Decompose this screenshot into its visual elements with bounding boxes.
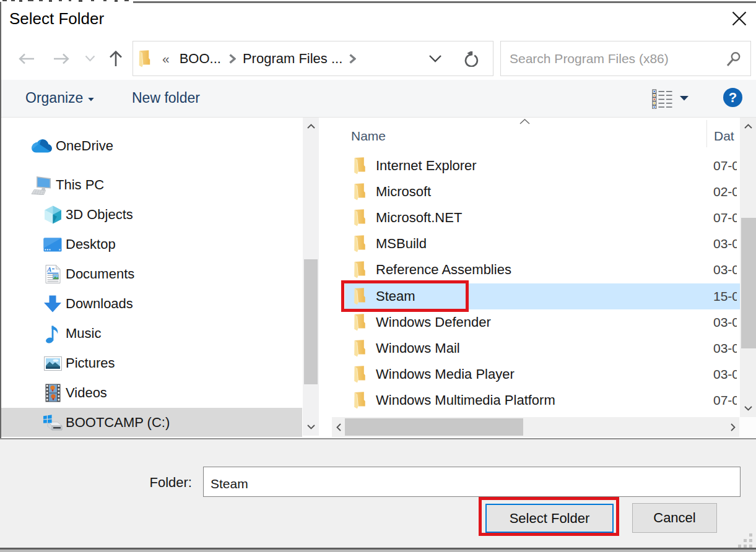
breadcrumb-item[interactable]: BOO... xyxy=(180,51,221,67)
search-box[interactable]: Search Program Files (x86) xyxy=(500,41,751,76)
file-date: 03-0 xyxy=(713,367,737,382)
sidebar-item-label: Pictures xyxy=(66,355,115,371)
back-button[interactable] xyxy=(17,50,36,67)
file-list-horizontal-scrollbar[interactable] xyxy=(332,417,739,437)
back-arrow-icon xyxy=(18,53,35,64)
sidebar-item-label: Documents xyxy=(66,266,134,282)
file-name: Internet Explorer xyxy=(376,158,477,174)
file-date: 03-0 xyxy=(713,341,737,356)
file-row[interactable]: Windows Multimedia Platform 07-0 xyxy=(345,387,740,413)
sidebar-item-3d-objects[interactable]: 3D Objects xyxy=(1,200,302,230)
recent-locations-button[interactable] xyxy=(84,54,95,63)
file-row[interactable]: Windows Mail 03-0 xyxy=(345,335,740,361)
file-row[interactable]: MSBuild 03-0 xyxy=(345,231,740,257)
column-header-date[interactable]: Dat xyxy=(714,129,734,144)
onedrive-icon xyxy=(31,136,52,157)
file-row[interactable]: Windows Defender 03-0 xyxy=(345,309,740,335)
file-row[interactable]: Windows Media Player 03-0 xyxy=(345,361,740,387)
file-date: 03-0 xyxy=(713,236,737,251)
sidebar-item-label: BOOTCAMP (C:) xyxy=(66,415,170,431)
address-bar[interactable]: « BOO... Program Files ... xyxy=(133,41,451,76)
sort-ascending-icon xyxy=(519,119,530,124)
address-dropdown-icon[interactable] xyxy=(428,53,443,65)
file-name: MSBuild xyxy=(376,236,427,252)
file-date: 15-0 xyxy=(713,289,737,304)
refresh-button[interactable] xyxy=(450,41,493,76)
scroll-down-button[interactable] xyxy=(303,418,319,436)
command-bar: Organize New folder xyxy=(1,80,756,118)
resize-grip-icon[interactable] xyxy=(738,533,754,548)
scroll-up-button[interactable] xyxy=(303,118,319,135)
file-name: Microsoft.NET xyxy=(376,210,462,226)
file-row[interactable]: Microsoft 02-0 xyxy=(345,179,740,205)
file-date: 07-0 xyxy=(713,158,737,173)
change-view-button[interactable] xyxy=(652,89,673,109)
help-button[interactable]: ? xyxy=(723,88,742,107)
column-header-name[interactable]: Name xyxy=(351,129,386,144)
dialog-footer: Folder: Select Folder Cancel xyxy=(0,438,756,548)
folder-icon xyxy=(354,209,367,226)
breadcrumb-overflow-glyph[interactable]: « xyxy=(162,51,170,66)
scroll-down-button[interactable] xyxy=(740,400,756,417)
background-window-edge xyxy=(133,1,756,3)
new-folder-button[interactable]: New folder xyxy=(132,90,200,106)
scroll-left-button[interactable] xyxy=(332,417,345,437)
organize-menu[interactable]: Organize xyxy=(25,90,83,106)
sidebar-item-music[interactable]: Music xyxy=(1,319,302,348)
sidebar-item-pictures[interactable]: Pictures xyxy=(1,348,302,378)
sidebar-item-desktop[interactable]: Desktop xyxy=(1,230,302,259)
select-folder-dialog: Select Folder « BOO... Program xyxy=(0,0,756,552)
forward-arrow-icon xyxy=(53,53,70,64)
up-one-level-button[interactable] xyxy=(108,50,124,68)
sidebar-item-downloads[interactable]: Downloads xyxy=(1,289,302,319)
forward-button[interactable] xyxy=(52,50,71,67)
sidebar-scrollbar[interactable] xyxy=(303,118,319,436)
sidebar-item-videos[interactable]: Videos xyxy=(1,378,302,408)
sidebar-item-this-pc[interactable]: This PC xyxy=(1,170,302,200)
sidebar-item-bootcamp-drive[interactable]: BOOTCAMP (C:) xyxy=(1,408,302,437)
search-icon[interactable] xyxy=(726,51,742,67)
breadcrumb-item[interactable]: Program Files ... xyxy=(243,51,342,67)
chevron-right-icon xyxy=(731,423,736,431)
folder-icon xyxy=(354,340,367,357)
window-shadow-bottom xyxy=(0,550,756,552)
folder-name-input[interactable] xyxy=(203,467,741,497)
file-date: 07-0 xyxy=(713,210,737,225)
scroll-up-button[interactable] xyxy=(740,118,756,135)
pictures-icon xyxy=(42,353,63,374)
file-list: Name Dat Internet Explorer 07-0 Microsof… xyxy=(332,118,740,437)
cancel-button[interactable]: Cancel xyxy=(632,503,717,533)
file-row[interactable]: Microsoft.NET 07-0 xyxy=(345,205,740,231)
folder-icon xyxy=(354,235,367,252)
select-folder-button[interactable]: Select Folder xyxy=(485,504,614,533)
details-view-icon xyxy=(653,90,672,109)
file-row[interactable]: Reference Assemblies 03-0 xyxy=(345,257,740,283)
scrollbar-thumb[interactable] xyxy=(345,418,523,436)
file-date: 03-0 xyxy=(713,262,737,277)
file-date: 02-0 xyxy=(713,184,737,199)
scroll-right-button[interactable] xyxy=(726,417,739,437)
file-list-vertical-scrollbar[interactable] xyxy=(740,118,756,417)
file-row[interactable]: Internet Explorer 07-0 xyxy=(345,153,740,179)
sidebar-item-documents[interactable]: A Documents xyxy=(1,259,302,289)
folder-icon xyxy=(354,183,367,201)
scrollbar-thumb[interactable] xyxy=(741,218,756,348)
documents-icon: A xyxy=(42,264,63,285)
file-date: 03-0 xyxy=(713,315,737,330)
file-name: Windows Defender xyxy=(376,314,491,330)
breadcrumb-chevron-icon[interactable] xyxy=(228,54,236,64)
folder-icon xyxy=(354,366,367,383)
breadcrumb-chevron-icon[interactable] xyxy=(349,54,356,64)
file-row-selected[interactable]: Steam 15-0 xyxy=(345,283,740,309)
drive-icon xyxy=(42,412,63,433)
close-icon xyxy=(732,11,747,26)
column-separator[interactable] xyxy=(706,120,707,147)
close-button[interactable] xyxy=(729,9,749,28)
sidebar-item-label: 3D Objects xyxy=(66,207,133,223)
3d-objects-icon xyxy=(42,204,63,225)
organize-caret-icon[interactable] xyxy=(88,98,94,101)
svg-text:A: A xyxy=(46,265,51,273)
sidebar-item-onedrive[interactable]: OneDrive xyxy=(1,131,302,161)
scrollbar-thumb[interactable] xyxy=(304,259,318,384)
view-caret-icon[interactable] xyxy=(680,96,689,101)
